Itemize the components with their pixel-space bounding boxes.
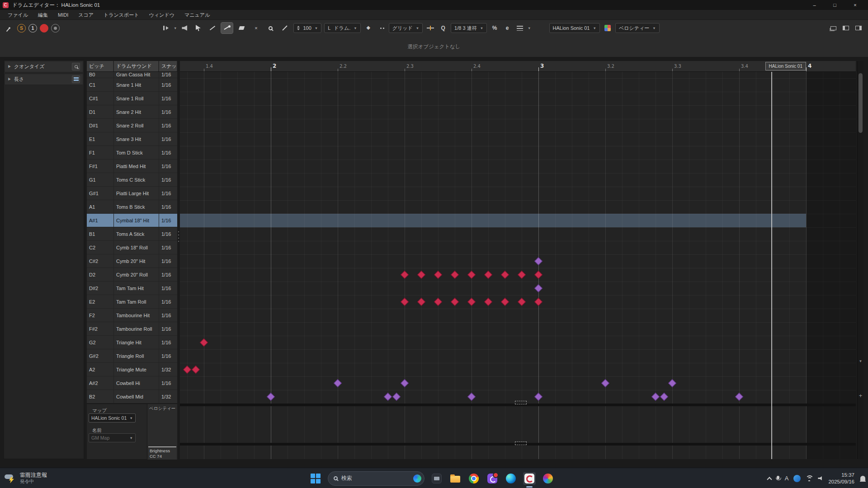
drum-row[interactable]: A#1Cymbal 18" Hit1/16 <box>87 214 177 227</box>
minimize-button[interactable]: – <box>804 0 825 10</box>
drum-note[interactable] <box>451 271 459 279</box>
snap-column-header[interactable]: スナップ <box>159 61 177 71</box>
map-name-selector[interactable]: GM Map ▼ <box>89 433 136 442</box>
event-lanes-button[interactable] <box>515 23 525 33</box>
taskbar-clock[interactable]: 15:37 2025/09/16 <box>828 472 854 485</box>
drum-note[interactable] <box>660 393 668 401</box>
drum-note[interactable] <box>467 298 476 306</box>
length-options-button[interactable] <box>72 75 80 83</box>
drum-note[interactable] <box>501 271 509 279</box>
drum-note[interactable] <box>451 298 459 306</box>
insert-velocity-control[interactable]: 100 ▼ <box>293 23 321 33</box>
color-scheme-button[interactable] <box>603 23 613 33</box>
step-input-toggle-button[interactable] <box>51 24 60 33</box>
step-input-button[interactable] <box>376 23 386 33</box>
start-button[interactable] <box>309 472 322 485</box>
drum-note[interactable] <box>735 393 743 401</box>
quantize-search-button[interactable] <box>72 63 80 70</box>
drum-note[interactable] <box>501 298 509 306</box>
taskbar-search[interactable]: 検索 <box>328 471 425 486</box>
zoom-in-icon[interactable]: + <box>858 392 863 399</box>
drum-row[interactable]: D2Cymb 20" Roll1/16 <box>87 268 177 282</box>
drum-row[interactable]: A1Toms B Stick1/16 <box>87 200 177 214</box>
drum-note[interactable] <box>518 271 526 279</box>
drum-row[interactable]: E2Tam Tam Roll1/16 <box>87 295 177 309</box>
drum-row[interactable]: F#2Tambourine Roll1/16 <box>87 322 177 336</box>
drum-note[interactable] <box>534 298 542 306</box>
drum-row[interactable]: F2Tambourine Hit1/16 <box>87 309 177 322</box>
drum-row[interactable]: B0Gran Cassa Hit1/16 <box>87 72 177 78</box>
note-length-control[interactable]: L ドラム. ▼ <box>324 23 360 33</box>
drum-note[interactable] <box>534 284 542 292</box>
menu-manual[interactable]: マニュアル <box>180 10 214 20</box>
left-zone-toggle-button[interactable] <box>841 23 851 33</box>
note-grid[interactable]: HALion Sonic 01 1.422.22.32.433.23.33.44 <box>180 61 856 459</box>
quantize-apply-button[interactable]: Q <box>438 23 448 33</box>
drum-note[interactable] <box>484 271 492 279</box>
taskbar-cubase[interactable] <box>523 472 536 485</box>
menu-transport[interactable]: トランスポート <box>99 10 143 20</box>
drum-note[interactable] <box>467 393 476 401</box>
drum-note[interactable] <box>651 393 660 401</box>
drum-row[interactable]: D1Snare 2 Hit1/16 <box>87 105 177 119</box>
eraser-tool[interactable] <box>236 23 247 33</box>
chevron-down-icon[interactable]: ▼ <box>528 26 531 30</box>
vertical-scrollbar[interactable]: ▼ + <box>857 61 863 459</box>
event-color-selector[interactable]: ベロシティー ▼ <box>615 23 660 33</box>
snap-toggle-button[interactable] <box>425 23 435 33</box>
trim-tool[interactable] <box>207 23 218 33</box>
drum-note[interactable] <box>401 298 409 306</box>
drum-row[interactable]: A#2Cowbell Hi1/16 <box>87 376 177 390</box>
table-divider-handle[interactable] <box>178 231 179 248</box>
drum-note[interactable] <box>467 271 476 279</box>
drum-row[interactable]: D#2Tam Tam Hit1/16 <box>87 282 177 295</box>
cc-lane-label[interactable]: Brightness CC 74 <box>148 446 176 460</box>
line-tool[interactable] <box>279 23 291 33</box>
drum-note[interactable] <box>191 366 199 374</box>
ime-indicator[interactable]: A <box>785 475 789 482</box>
drumstick-tool[interactable] <box>221 23 233 33</box>
drum-row[interactable]: G#2Triangle Roll1/16 <box>87 349 177 363</box>
taskbar-edge[interactable] <box>505 472 517 485</box>
project-cursor[interactable] <box>771 61 772 459</box>
midi-insert-button[interactable]: ◆ <box>363 23 373 33</box>
autoscroll-dropdown-icon[interactable]: ▼ <box>174 26 177 30</box>
pin-icon[interactable] <box>5 23 14 33</box>
drum-row[interactable]: D#1Snare 2 Roll1/16 <box>87 119 177 132</box>
taskbar-app-colorful[interactable] <box>542 472 554 485</box>
drum-row[interactable]: C2Cymb 18" Roll1/16 <box>87 241 177 254</box>
drum-row[interactable]: F#1Piatti Med Hit1/16 <box>87 160 177 173</box>
acoustic-feedback-button[interactable]: 1 <box>28 24 37 33</box>
pitch-column-header[interactable]: ピッチ <box>87 61 113 71</box>
taskbar-app-monitor[interactable] <box>430 472 443 485</box>
grid-type-selector[interactable]: グリッド ▼ <box>389 23 423 33</box>
velocity-lane-label[interactable]: ベロシティー <box>149 406 175 412</box>
menu-score[interactable]: スコア <box>74 10 98 20</box>
quantize-section-header[interactable]: ▶ クオンタイズ <box>5 61 83 72</box>
length-section-header[interactable]: ▶ 長さ <box>5 74 83 84</box>
autoscroll-button[interactable] <box>161 23 171 33</box>
maximize-button[interactable]: □ <box>825 0 845 10</box>
chevron-up-icon[interactable] <box>767 477 772 482</box>
taskbar-chrome[interactable] <box>467 472 480 485</box>
menu-file[interactable]: ファイル <box>4 10 32 20</box>
right-zone-toggle-button[interactable] <box>854 23 863 33</box>
mute-tool[interactable]: × <box>250 23 262 33</box>
notification-bell-icon[interactable] <box>860 476 865 481</box>
solo-button[interactable]: S <box>17 24 26 33</box>
blue-circle-app-icon[interactable] <box>793 475 801 482</box>
drum-note[interactable] <box>200 338 208 347</box>
drum-note[interactable] <box>401 271 409 279</box>
volume-icon[interactable] <box>818 476 823 481</box>
close-button[interactable]: × <box>845 0 865 10</box>
drum-note[interactable] <box>518 298 526 306</box>
drum-note[interactable] <box>183 366 191 374</box>
quantize-preset-selector[interactable]: 1/8 3 連符 ▼ <box>451 23 487 33</box>
object-select-tool[interactable] <box>192 23 204 33</box>
audition-button[interactable] <box>179 23 189 33</box>
drum-note[interactable] <box>601 379 609 387</box>
drum-note[interactable] <box>417 298 425 306</box>
drum-row[interactable]: G2Triangle Hit1/16 <box>87 336 177 349</box>
drum-map-selector[interactable]: HALion Sonic 01 ▼ <box>89 413 136 422</box>
drum-row[interactable]: C1Snare 1 Hit1/16 <box>87 78 177 92</box>
